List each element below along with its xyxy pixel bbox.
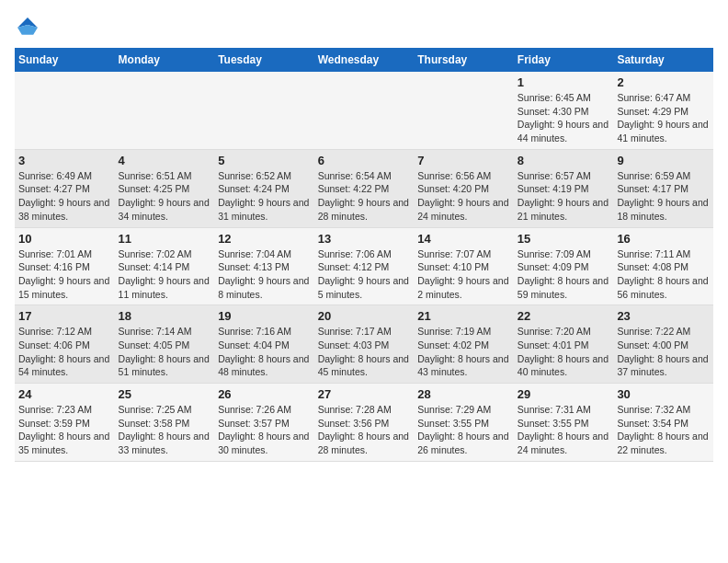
calendar-cell bbox=[314, 72, 415, 149]
calendar-cell: 14Sunrise: 7:07 AM Sunset: 4:10 PM Dayli… bbox=[414, 227, 514, 305]
calendar-week-3: 10Sunrise: 7:01 AM Sunset: 4:16 PM Dayli… bbox=[15, 227, 713, 305]
day-number: 8 bbox=[518, 154, 610, 167]
day-info: Sunrise: 7:22 AM Sunset: 4:00 PM Dayligh… bbox=[617, 325, 710, 379]
day-number: 18 bbox=[119, 309, 211, 323]
logo bbox=[15, 15, 44, 40]
day-number: 21 bbox=[417, 309, 510, 323]
day-number: 27 bbox=[318, 387, 411, 401]
calendar-week-4: 17Sunrise: 7:12 AM Sunset: 4:06 PM Dayli… bbox=[15, 305, 713, 384]
day-info: Sunrise: 7:31 AM Sunset: 3:55 PM Dayligh… bbox=[518, 403, 610, 457]
day-number: 2 bbox=[617, 75, 710, 89]
header-sunday: Sunday bbox=[15, 48, 115, 72]
day-info: Sunrise: 6:45 AM Sunset: 4:30 PM Dayligh… bbox=[518, 91, 610, 145]
calendar-cell: 26Sunrise: 7:26 AM Sunset: 3:57 PM Dayli… bbox=[214, 384, 314, 462]
calendar-cell: 10Sunrise: 7:01 AM Sunset: 4:16 PM Dayli… bbox=[15, 227, 115, 305]
day-info: Sunrise: 7:06 AM Sunset: 4:12 PM Dayligh… bbox=[318, 247, 411, 302]
calendar-cell: 30Sunrise: 7:32 AM Sunset: 3:54 PM Dayli… bbox=[613, 384, 713, 462]
calendar-cell bbox=[115, 72, 215, 149]
header-friday: Friday bbox=[514, 48, 614, 72]
header-wednesday: Wednesday bbox=[314, 48, 415, 72]
day-number: 24 bbox=[18, 387, 111, 401]
day-number: 23 bbox=[617, 309, 710, 323]
day-number: 7 bbox=[417, 154, 510, 167]
day-number: 1 bbox=[518, 75, 610, 89]
day-info: Sunrise: 7:14 AM Sunset: 4:05 PM Dayligh… bbox=[119, 325, 211, 379]
day-number: 26 bbox=[218, 387, 311, 401]
day-number: 28 bbox=[417, 387, 510, 401]
page-header bbox=[15, 15, 713, 40]
day-number: 12 bbox=[218, 232, 311, 246]
calendar-week-5: 24Sunrise: 7:23 AM Sunset: 3:59 PM Dayli… bbox=[15, 384, 713, 462]
day-info: Sunrise: 7:19 AM Sunset: 4:02 PM Dayligh… bbox=[417, 325, 510, 379]
day-info: Sunrise: 7:07 AM Sunset: 4:10 PM Dayligh… bbox=[417, 247, 510, 302]
calendar-cell: 19Sunrise: 7:16 AM Sunset: 4:04 PM Dayli… bbox=[214, 305, 314, 384]
calendar-cell: 24Sunrise: 7:23 AM Sunset: 3:59 PM Dayli… bbox=[15, 384, 115, 462]
calendar-cell: 7Sunrise: 6:56 AM Sunset: 4:20 PM Daylig… bbox=[414, 149, 514, 227]
calendar-cell: 4Sunrise: 6:51 AM Sunset: 4:25 PM Daylig… bbox=[115, 149, 215, 227]
calendar-table: SundayMondayTuesdayWednesdayThursdayFrid… bbox=[15, 48, 713, 462]
calendar-cell: 16Sunrise: 7:11 AM Sunset: 4:08 PM Dayli… bbox=[613, 227, 713, 305]
day-info: Sunrise: 7:23 AM Sunset: 3:59 PM Dayligh… bbox=[18, 403, 111, 457]
day-number: 20 bbox=[318, 309, 411, 323]
calendar-cell: 3Sunrise: 6:49 AM Sunset: 4:27 PM Daylig… bbox=[15, 149, 115, 227]
day-info: Sunrise: 7:17 AM Sunset: 4:03 PM Dayligh… bbox=[318, 325, 411, 379]
day-number: 6 bbox=[318, 154, 411, 167]
day-number: 15 bbox=[518, 232, 610, 246]
calendar-cell bbox=[214, 72, 314, 149]
day-info: Sunrise: 7:09 AM Sunset: 4:09 PM Dayligh… bbox=[518, 247, 610, 302]
day-number: 3 bbox=[18, 154, 111, 167]
calendar-cell: 20Sunrise: 7:17 AM Sunset: 4:03 PM Dayli… bbox=[314, 305, 415, 384]
calendar-cell: 8Sunrise: 6:57 AM Sunset: 4:19 PM Daylig… bbox=[514, 149, 614, 227]
day-number: 25 bbox=[119, 387, 211, 401]
day-info: Sunrise: 6:47 AM Sunset: 4:29 PM Dayligh… bbox=[617, 91, 710, 145]
calendar-cell: 25Sunrise: 7:25 AM Sunset: 3:58 PM Dayli… bbox=[115, 384, 215, 462]
calendar-cell: 27Sunrise: 7:28 AM Sunset: 3:56 PM Dayli… bbox=[314, 384, 415, 462]
calendar-cell: 5Sunrise: 6:52 AM Sunset: 4:24 PM Daylig… bbox=[214, 149, 314, 227]
calendar-week-1: 1Sunrise: 6:45 AM Sunset: 4:30 PM Daylig… bbox=[15, 72, 713, 149]
day-number: 13 bbox=[318, 232, 411, 246]
day-number: 9 bbox=[617, 154, 710, 167]
logo-icon bbox=[15, 15, 40, 40]
day-number: 4 bbox=[119, 154, 211, 167]
calendar-cell: 6Sunrise: 6:54 AM Sunset: 4:22 PM Daylig… bbox=[314, 149, 415, 227]
header-tuesday: Tuesday bbox=[214, 48, 314, 72]
day-number: 19 bbox=[218, 309, 311, 323]
calendar-cell bbox=[15, 72, 115, 149]
day-info: Sunrise: 7:32 AM Sunset: 3:54 PM Dayligh… bbox=[617, 403, 710, 457]
day-info: Sunrise: 6:52 AM Sunset: 4:24 PM Dayligh… bbox=[218, 169, 311, 224]
calendar-cell: 13Sunrise: 7:06 AM Sunset: 4:12 PM Dayli… bbox=[314, 227, 415, 305]
calendar-cell: 29Sunrise: 7:31 AM Sunset: 3:55 PM Dayli… bbox=[514, 384, 614, 462]
day-info: Sunrise: 7:20 AM Sunset: 4:01 PM Dayligh… bbox=[518, 325, 610, 379]
day-info: Sunrise: 7:26 AM Sunset: 3:57 PM Dayligh… bbox=[218, 403, 311, 457]
day-number: 17 bbox=[18, 309, 111, 323]
day-number: 14 bbox=[417, 232, 510, 246]
calendar-cell: 12Sunrise: 7:04 AM Sunset: 4:13 PM Dayli… bbox=[214, 227, 314, 305]
day-info: Sunrise: 7:16 AM Sunset: 4:04 PM Dayligh… bbox=[218, 325, 311, 379]
day-info: Sunrise: 6:54 AM Sunset: 4:22 PM Dayligh… bbox=[318, 169, 411, 224]
day-number: 16 bbox=[617, 232, 710, 246]
calendar-cell: 21Sunrise: 7:19 AM Sunset: 4:02 PM Dayli… bbox=[414, 305, 514, 384]
calendar-header-row: SundayMondayTuesdayWednesdayThursdayFrid… bbox=[15, 48, 713, 72]
calendar-cell: 1Sunrise: 6:45 AM Sunset: 4:30 PM Daylig… bbox=[514, 72, 614, 149]
day-info: Sunrise: 7:12 AM Sunset: 4:06 PM Dayligh… bbox=[18, 325, 111, 379]
day-info: Sunrise: 6:49 AM Sunset: 4:27 PM Dayligh… bbox=[18, 169, 111, 224]
day-number: 5 bbox=[218, 154, 311, 167]
day-number: 30 bbox=[617, 387, 710, 401]
calendar-cell: 15Sunrise: 7:09 AM Sunset: 4:09 PM Dayli… bbox=[514, 227, 614, 305]
calendar-cell: 18Sunrise: 7:14 AM Sunset: 4:05 PM Dayli… bbox=[115, 305, 215, 384]
day-info: Sunrise: 7:28 AM Sunset: 3:56 PM Dayligh… bbox=[318, 403, 411, 457]
day-info: Sunrise: 6:56 AM Sunset: 4:20 PM Dayligh… bbox=[417, 169, 510, 224]
header-monday: Monday bbox=[115, 48, 215, 72]
day-info: Sunrise: 6:57 AM Sunset: 4:19 PM Dayligh… bbox=[518, 169, 610, 224]
day-info: Sunrise: 7:02 AM Sunset: 4:14 PM Dayligh… bbox=[119, 247, 211, 302]
calendar-cell: 28Sunrise: 7:29 AM Sunset: 3:55 PM Dayli… bbox=[414, 384, 514, 462]
calendar-cell: 9Sunrise: 6:59 AM Sunset: 4:17 PM Daylig… bbox=[613, 149, 713, 227]
day-info: Sunrise: 6:59 AM Sunset: 4:17 PM Dayligh… bbox=[617, 169, 710, 224]
calendar-cell: 17Sunrise: 7:12 AM Sunset: 4:06 PM Dayli… bbox=[15, 305, 115, 384]
day-number: 22 bbox=[518, 309, 610, 323]
day-info: Sunrise: 7:04 AM Sunset: 4:13 PM Dayligh… bbox=[218, 247, 311, 302]
day-info: Sunrise: 7:25 AM Sunset: 3:58 PM Dayligh… bbox=[119, 403, 211, 457]
calendar-cell: 22Sunrise: 7:20 AM Sunset: 4:01 PM Dayli… bbox=[514, 305, 614, 384]
day-info: Sunrise: 7:01 AM Sunset: 4:16 PM Dayligh… bbox=[18, 247, 111, 302]
day-info: Sunrise: 7:29 AM Sunset: 3:55 PM Dayligh… bbox=[417, 403, 510, 457]
